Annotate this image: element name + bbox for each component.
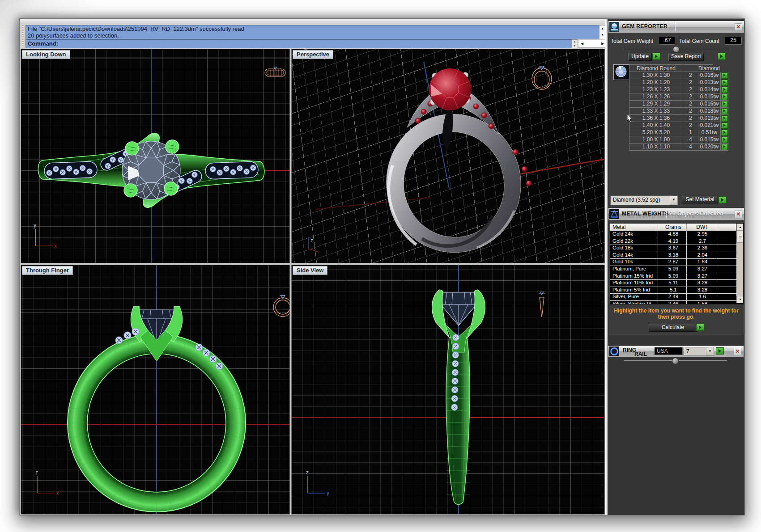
gem-row-go-icon[interactable] xyxy=(721,122,728,129)
gem-row-go-icon[interactable] xyxy=(721,130,728,136)
scroll-left-icon[interactable]: ◀ xyxy=(579,41,585,46)
gem-row-go[interactable] xyxy=(721,79,728,86)
gem-qty: 2 xyxy=(683,79,698,86)
gem-thumbnail-icon xyxy=(614,65,629,79)
spin-up-icon[interactable]: ▲ xyxy=(572,40,578,43)
gem-size: 1.20 X 1.20 xyxy=(629,79,683,86)
scroll-down-icon[interactable]: ▼ xyxy=(599,32,605,38)
metal-table-row[interactable]: Platinum, Pure5.093.27 xyxy=(610,266,743,273)
viewport-perspective[interactable]: z Perspective xyxy=(291,49,605,263)
material-dropdown[interactable]: Diamond (3.52 spg) ▼ xyxy=(610,195,678,205)
update-button[interactable]: Update xyxy=(628,53,652,61)
window-top-strip xyxy=(20,19,605,24)
ring-rail-close-icon[interactable]: ✕ xyxy=(734,348,741,355)
gem-row-go-icon[interactable] xyxy=(721,94,728,100)
gem-row-go[interactable] xyxy=(721,108,728,115)
panel-slider-knob[interactable] xyxy=(673,46,680,53)
ring-rail-region[interactable]: USA xyxy=(655,347,683,355)
gem-row-go-icon[interactable] xyxy=(721,80,728,86)
gem-row-go-icon[interactable] xyxy=(721,137,728,143)
gem-row-go-icon[interactable] xyxy=(721,72,728,79)
command-history[interactable]: File "C:\Users\jelena.pecic\Downloads\25… xyxy=(26,25,601,39)
viewport-title-side-view[interactable]: Side View xyxy=(293,266,327,275)
scroll-down-icon[interactable]: ▼ xyxy=(736,296,744,303)
scroll-thumb[interactable]: ☰ xyxy=(736,230,744,243)
gem-table-row: 1.23 X 1.23 2 0.014tw xyxy=(629,86,728,93)
set-material-go-icon[interactable] xyxy=(718,196,727,203)
viewport-through-finger[interactable]: zx Through Finger xyxy=(21,265,290,515)
ring-size-value: 7 xyxy=(684,348,706,355)
ring-rail-slider-knob[interactable] xyxy=(672,358,679,364)
gem-row-go[interactable] xyxy=(721,72,728,79)
metal-weights-icon xyxy=(609,209,619,219)
viewport-side-view[interactable]: zy Side View xyxy=(291,265,605,515)
gem-table-row: 1.20 X 1.20 2 0.013tw xyxy=(629,79,728,86)
metal-table-row[interactable]: Silver, Pure2.491.6 xyxy=(610,294,743,301)
viewport-looking-down[interactable]: yx Looking Down xyxy=(21,49,290,263)
spin-down-icon[interactable]: ▼ xyxy=(572,45,578,47)
metal-table-row[interactable]: Gold 18k3.672.36 xyxy=(610,245,743,252)
gem-reporter-close-icon[interactable]: ✕ xyxy=(735,23,742,31)
command-spinner[interactable]: ▲ ▼ xyxy=(571,39,578,48)
metal-table-row[interactable]: Gold 22k4.192.7 xyxy=(610,238,743,245)
gem-row-go-icon[interactable] xyxy=(721,108,728,114)
gem-row-go-icon[interactable] xyxy=(721,101,728,107)
svg-text:y: y xyxy=(34,222,36,228)
gem-row-go[interactable] xyxy=(721,101,728,108)
metal-table-row[interactable]: Platinum 5% Irid5.13.28 xyxy=(610,287,743,294)
gem-row-go[interactable] xyxy=(721,136,728,144)
gem-row-go-icon[interactable] xyxy=(721,144,728,150)
gem-row-go[interactable] xyxy=(721,115,728,122)
update-go-icon[interactable] xyxy=(652,53,660,60)
col-diamond-round: Diamond Round xyxy=(629,64,683,72)
gem-weight: 0.016tw xyxy=(698,101,721,108)
total-gem-count-label: Total Gem Count xyxy=(679,38,719,44)
set-material-button[interactable]: Set Material xyxy=(682,196,718,204)
gem-row-go-icon[interactable] xyxy=(721,115,728,122)
metal-table-scrollbar[interactable]: ▲ ☰ ▼ xyxy=(736,224,743,303)
gem-weight: 0.016tw xyxy=(698,72,721,79)
scroll-up-icon[interactable]: ▲ xyxy=(599,25,605,31)
metal-table-row[interactable]: Gold 10k2.871.84 xyxy=(610,259,743,266)
save-report-button[interactable]: Save Report xyxy=(668,53,704,61)
svg-text:y: y xyxy=(327,490,329,496)
viewport-title-perspective[interactable]: Perspective xyxy=(293,50,333,59)
gem-table-row: 1.40 X 1.40 2 0.021tw xyxy=(629,122,728,129)
ring-size-dropdown[interactable]: 7 ▼ xyxy=(684,347,714,356)
gem-row-go[interactable] xyxy=(721,86,728,93)
total-gem-weight-label: Total Gem Weight xyxy=(611,38,653,44)
gem-size: 1.00 X 1.00 xyxy=(629,136,683,144)
calculate-button[interactable]: Calculate xyxy=(649,324,697,332)
metal-weights-title: METAL WEIGHTS xyxy=(622,211,669,217)
scroll-right-icon[interactable]: ▶ xyxy=(599,41,606,46)
command-hscrollbar[interactable]: ◀ ▶ xyxy=(578,40,607,48)
gem-qty: 2 xyxy=(683,72,698,79)
gem-table-header: Diamond Round Diamond xyxy=(629,64,728,72)
col-arrow-spacer xyxy=(713,64,721,72)
gem-row-go[interactable] xyxy=(721,122,728,129)
command-input[interactable]: Command: xyxy=(26,39,573,48)
save-report-go-icon[interactable] xyxy=(718,53,726,60)
metal-table-row[interactable]: Platinum 15% Irid5.093.27 xyxy=(610,273,743,280)
dropdown-arrow-icon[interactable]: ▼ xyxy=(670,196,677,205)
ring-rail-go-icon[interactable] xyxy=(716,347,724,355)
gem-row-go[interactable] xyxy=(721,93,728,101)
command-panel-grip[interactable] xyxy=(22,25,24,46)
metal-table-row[interactable]: Platinum 10% Irid5.113.28 xyxy=(610,280,743,287)
dropdown-arrow-icon[interactable]: ▼ xyxy=(706,347,714,355)
gem-size: 1.40 X 1.40 xyxy=(629,122,683,129)
calculate-go-icon[interactable] xyxy=(696,324,704,331)
gem-row-go[interactable] xyxy=(721,129,728,136)
viewport-title-through-finger[interactable]: Through Finger xyxy=(22,266,73,275)
metal-weights-close-icon[interactable]: ✕ xyxy=(735,211,742,218)
gem-row-go-icon[interactable] xyxy=(721,87,728,93)
metal-table-row[interactable]: Silver, Sterling (9...2.461.58 xyxy=(610,301,743,304)
screenshot-stage: File "C:\Users\jelena.pecic\Downloads\25… xyxy=(0,0,761,532)
viewport-title-looking-down[interactable]: Looking Down xyxy=(22,50,70,59)
metal-table-row[interactable]: Gold 24k4.582.95 xyxy=(610,231,743,238)
gem-row-go[interactable] xyxy=(721,144,728,151)
metal-table-row[interactable]: Gold 14k3.182.04 xyxy=(610,252,743,259)
scroll-up-icon[interactable]: ▲ xyxy=(736,224,744,231)
titlebar-divider xyxy=(675,22,675,31)
mouse-cursor xyxy=(627,114,633,123)
